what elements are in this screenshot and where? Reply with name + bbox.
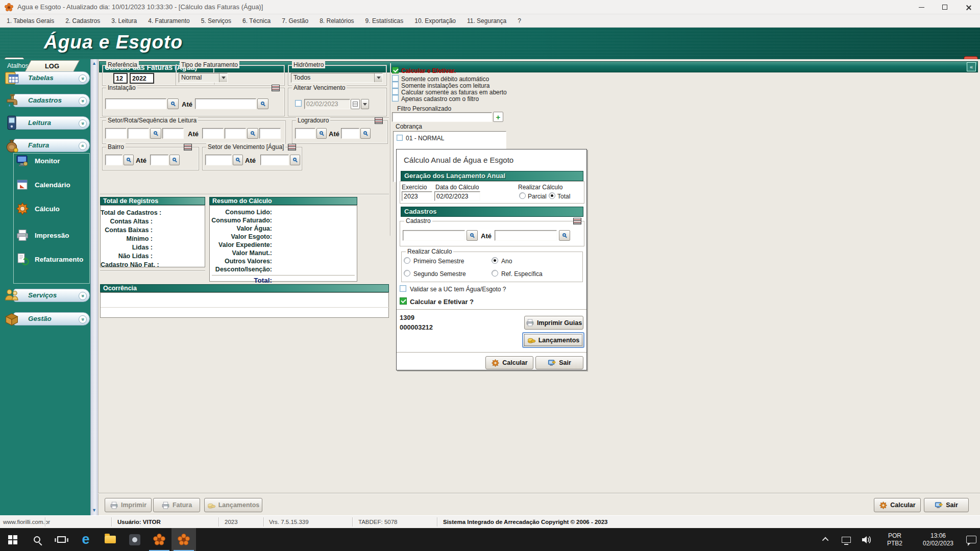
file-explorer-button[interactable] [98, 528, 122, 551]
sidebar-group-servicos[interactable]: Serviços » [13, 289, 90, 302]
ref-especifica-radio[interactable] [492, 270, 498, 277]
chevron-down-icon[interactable]: » [79, 119, 87, 128]
footer-imprimir-button[interactable]: Imprimir [105, 498, 152, 512]
list-icon[interactable] [573, 218, 581, 224]
list-icon[interactable] [288, 144, 296, 151]
close-button[interactable] [957, 0, 980, 14]
filtro-personalizado-field[interactable] [392, 112, 492, 122]
form-collapse-button[interactable]: « [967, 62, 976, 71]
chevron-down-icon[interactable] [374, 73, 382, 82]
task-view-button[interactable] [49, 528, 74, 551]
tipo-faturamento-select[interactable]: Normal [179, 73, 228, 83]
validar-uc-checkbox[interactable] [400, 285, 406, 292]
footer-fatura-button[interactable]: Fatura [153, 498, 200, 512]
chevron-down-icon[interactable] [219, 73, 227, 82]
footer-lancamentos-button[interactable]: Lançamentos [204, 498, 262, 512]
referencia-month-field[interactable]: 12 [113, 73, 128, 84]
sidebar-scrollbar[interactable] [90, 59, 98, 515]
chevron-down-icon[interactable]: » [79, 292, 87, 300]
setor-to-field[interactable] [202, 128, 224, 139]
dialog-calcular-efetivar-checkbox[interactable] [400, 297, 407, 305]
scroll-up-icon[interactable]: ▲ [92, 61, 96, 66]
rota-from-field[interactable] [128, 128, 149, 139]
edge-button[interactable]: e [74, 528, 98, 551]
sidebar-item-monitor[interactable]: Monitor [15, 152, 90, 169]
sidebar-item-impressao[interactable]: Impressão [15, 227, 90, 244]
setor-vencimento-to-field[interactable] [260, 155, 289, 165]
volume-tray-button[interactable] [856, 528, 877, 551]
menu-estatisticas[interactable]: 9. Estatísticas [363, 16, 406, 26]
network-tray-button[interactable] [837, 528, 855, 551]
cadastro-to-field[interactable] [495, 230, 557, 241]
date-dropdown-button[interactable] [361, 99, 369, 109]
sidebar-item-refaturamento[interactable]: Refaturamento [15, 251, 90, 268]
somente-debito-checkbox[interactable] [392, 75, 399, 82]
bairro-from-field[interactable] [105, 155, 122, 165]
setor-rota-search-button[interactable] [150, 128, 161, 139]
sequencia-to-field[interactable] [259, 128, 281, 139]
apenas-filtro-checkbox[interactable] [392, 95, 399, 102]
tray-expand-button[interactable] [817, 528, 835, 551]
tab-log[interactable]: LOG [24, 60, 80, 72]
setor-vencimento-search-to-button[interactable] [290, 155, 300, 165]
segundo-semestre-radio[interactable] [404, 270, 410, 277]
lancamentos-button[interactable]: Lançamentos [522, 332, 584, 348]
menu-exportacao[interactable]: 10. Exportação [412, 16, 458, 26]
logradouro-from-field[interactable] [295, 128, 315, 139]
footer-sair-button[interactable]: Sair [924, 498, 969, 512]
menu-seguranca[interactable]: 11. Segurança [464, 16, 509, 26]
action-center-button[interactable] [963, 528, 980, 551]
calendar-picker-button[interactable] [351, 99, 360, 109]
menu-tabelas-gerais[interactable]: 1. Tabelas Gerais [4, 16, 57, 26]
list-icon[interactable] [272, 85, 280, 91]
menu-gestao[interactable]: 7. Gestão [279, 16, 311, 26]
taskbar-search-button[interactable] [24, 528, 49, 551]
instalacao-search-button[interactable] [167, 98, 179, 109]
sidebar-group-cadastros[interactable]: Cadastros » [13, 94, 90, 107]
setor-vencimento-from-field[interactable] [205, 155, 232, 165]
dialog-sair-button[interactable]: Sair [535, 356, 583, 369]
fiorilli-app-active-button[interactable] [172, 528, 196, 551]
setor-rota-search-to-button[interactable] [247, 128, 258, 139]
setor-vencimento-search-button[interactable] [233, 155, 243, 165]
instalacao-to-field[interactable] [195, 98, 256, 109]
scroll-down-icon[interactable]: ▼ [92, 508, 96, 513]
dialog-calcular-button[interactable]: Calcular [485, 356, 533, 369]
clock[interactable]: 13:06 02/02/2023 [914, 528, 963, 551]
ano-radio[interactable] [492, 257, 498, 264]
sidebar-group-tabelas[interactable]: Tabelas » [13, 71, 90, 85]
menu-leitura[interactable]: 3. Leitura [109, 16, 139, 26]
cobranca-normal-checkbox[interactable] [397, 135, 403, 141]
hidrometro-select[interactable]: Todos [291, 73, 383, 83]
logradouro-search-button[interactable] [316, 128, 327, 139]
chevron-up-icon[interactable]: » [79, 142, 87, 150]
sidebar-group-gestao[interactable]: Gestão » [13, 312, 90, 325]
menu-relatorios[interactable]: 8. Relatórios [317, 16, 356, 26]
parcial-radio[interactable] [519, 192, 526, 199]
menu-servicos[interactable]: 5. Serviços [199, 16, 234, 26]
chevron-down-icon[interactable]: » [79, 74, 87, 83]
sidebar-item-calendario[interactable]: Calendário [15, 176, 90, 193]
sidebar-group-leitura[interactable]: Leitura » [13, 116, 90, 130]
list-icon[interactable] [184, 144, 192, 151]
sidebar-group-fatura[interactable]: Fatura » [13, 139, 90, 152]
sidebar-item-calculo[interactable]: Cálculo [15, 200, 90, 217]
filtro-add-button[interactable]: + [493, 112, 503, 122]
total-radio[interactable] [549, 192, 555, 199]
alterar-vencimento-checkbox[interactable] [295, 100, 302, 107]
chevron-down-icon[interactable]: » [79, 97, 87, 105]
fiorilli-app-button[interactable] [147, 528, 172, 551]
chevron-down-icon[interactable]: » [79, 315, 87, 323]
calcular-efetivar-checkbox[interactable] [392, 67, 399, 73]
somente-leitura-checkbox[interactable] [392, 82, 399, 88]
menu-help[interactable]: ? [515, 16, 524, 26]
sequencia-from-field[interactable] [162, 128, 184, 139]
media-app-button[interactable] [122, 528, 147, 551]
setor-from-field[interactable] [105, 128, 127, 139]
instalacao-from-field[interactable] [105, 98, 166, 109]
logradouro-to-field[interactable] [341, 128, 359, 139]
menu-tecnica[interactable]: 6. Técnica [240, 16, 273, 26]
referenc­ia-year-field[interactable]: 2022 [130, 73, 154, 84]
menu-faturamento[interactable]: 4. Faturamento [145, 16, 192, 26]
maximize-button[interactable] [933, 0, 957, 14]
